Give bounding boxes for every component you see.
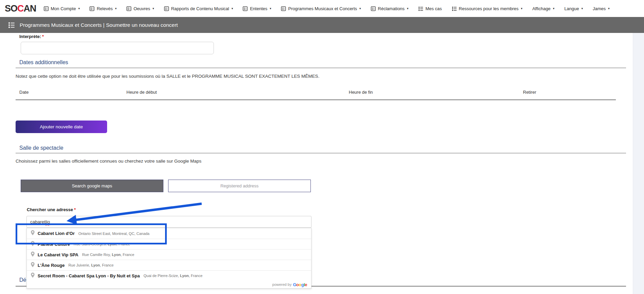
chevron-down-icon: ▾	[153, 7, 154, 10]
stack-icon	[281, 6, 286, 11]
place-address: Rue Juiverie, Lyon, France	[68, 263, 114, 267]
chevron-down-icon: ▾	[115, 7, 117, 10]
table-header-fin: Heure de fin	[349, 90, 373, 95]
stack-icon	[371, 6, 376, 11]
page: SOCAN Mon Compte ▾ Relevés ▾ Oeuvres ▾ R…	[0, 0, 644, 294]
nav-item-label: Programmes Musicaux et Concerts	[288, 6, 357, 11]
map-pin-icon	[31, 273, 35, 279]
nav-items: Mon Compte ▾ Relevés ▾ Oeuvres ▾ Rapport…	[44, 6, 644, 11]
chevron-down-icon: ▾	[78, 7, 80, 10]
autocomplete-item[interactable]: L'Âne Rouge Rue Juiverie, Lyon, France	[27, 260, 311, 270]
nav-item-label: Langue	[564, 6, 579, 11]
tasks-icon	[8, 22, 15, 29]
logo-an: AN	[24, 3, 36, 14]
table-header-divider	[16, 99, 616, 100]
stack-icon	[126, 6, 132, 11]
next-section-title-partial: Dé	[19, 277, 26, 283]
top-navbar: SOCAN Mon Compte ▾ Relevés ▾ Oeuvres ▾ R…	[0, 0, 644, 17]
stack-icon	[89, 6, 95, 11]
place-address: Quai de Pierre-Scize, Lyon, France	[143, 274, 202, 278]
address-input-text: cabaret	[30, 219, 45, 224]
place-name: L'Âne Rouge	[38, 263, 65, 268]
socan-logo[interactable]: SOCAN	[5, 3, 36, 14]
chevron-down-icon: ▾	[581, 7, 583, 10]
chevron-down-icon: ▾	[521, 7, 523, 10]
required-asterisk: *	[42, 34, 44, 39]
interprete-label: Interprète:*	[19, 34, 44, 39]
nav-item-affichage[interactable]: Affichage ▾	[532, 6, 555, 11]
autocomplete-item[interactable]: Le Cabaret Vip SPA Rue Camille Roy, Lyon…	[27, 249, 311, 260]
autocomplete-item[interactable]: Secret Room - Cabaret Spa Lyon - By Nuit…	[27, 270, 311, 281]
nav-item-oeuvres[interactable]: Oeuvres ▾	[126, 6, 154, 11]
nav-item-programmes-concerts[interactable]: Programmes Musicaux et Concerts ▾	[281, 6, 361, 11]
address-label: Chercher une adresse*	[27, 207, 76, 212]
table-header-date: Date	[19, 90, 28, 95]
dates-section-title: Dates additionnelles	[19, 59, 68, 66]
nav-item-label: James	[593, 6, 606, 11]
nav-item-label: Affichage	[532, 6, 550, 11]
nav-item-ententes[interactable]: Ententes ▾	[243, 6, 271, 11]
section-divider	[16, 153, 626, 153]
logo-c: C	[17, 3, 24, 14]
nav-item-mes-cas[interactable]: Mes cas	[418, 6, 442, 11]
address-search-input[interactable]: cabaret lio	[26, 216, 311, 228]
map-pin-icon	[31, 241, 35, 247]
page-background-strip	[633, 33, 644, 294]
map-pin-icon	[31, 230, 35, 237]
nav-item-label: Rapports de Contenu Musical	[171, 6, 229, 11]
google-logo: Google	[293, 282, 307, 287]
address-input-misspelled-text: lio	[45, 219, 50, 224]
stack-icon	[44, 6, 49, 11]
autocomplete-item[interactable]: Cabaret Lion d'Or Ontario Street East, M…	[27, 228, 311, 239]
powered-by-text: powered by	[272, 282, 291, 287]
place-name: Le Cabaret Vip SPA	[38, 252, 78, 257]
address-autocomplete-dropdown: Cabaret Lion d'Or Ontario Street East, M…	[26, 228, 311, 289]
nav-item-user-james[interactable]: James ▾	[593, 6, 610, 11]
nav-item-label: Oeuvres	[134, 6, 150, 11]
nav-item-label: Ressources pour les membres	[459, 6, 519, 11]
nav-item-label: Ententes	[250, 6, 267, 11]
tasks-icon	[418, 6, 423, 11]
map-pin-icon	[31, 252, 35, 258]
place-name: Planète Culture	[38, 242, 70, 247]
chevron-down-icon: ▾	[407, 7, 409, 10]
venue-section-title: Salle de spectacle	[19, 145, 63, 151]
map-pin-icon	[31, 262, 35, 269]
nav-item-label: Relevés	[97, 6, 113, 11]
required-asterisk: *	[74, 207, 76, 212]
nav-item-ressources-membres[interactable]: Ressources pour les membres ▾	[452, 6, 523, 11]
nav-item-reclamations[interactable]: Réclamations ▾	[371, 6, 408, 11]
dates-note: Notez que cette option ne doit être util…	[16, 74, 319, 79]
stack-icon	[243, 6, 248, 11]
chevron-down-icon: ▾	[608, 7, 610, 10]
place-address: Ontario Street East, Montreal, QC, Canad…	[78, 232, 149, 236]
table-header-retirer: Retirer	[523, 90, 536, 95]
table-header-debut: Heure de début	[126, 90, 157, 95]
add-date-button[interactable]: Ajouter nouvelle date	[16, 121, 107, 133]
place-name: Secret Room - Cabaret Spa Lyon - By Nuit…	[38, 273, 140, 278]
place-address: Rue Camille Roy, Lyon, France	[82, 253, 134, 257]
autocomplete-item[interactable]: Planète Culture Rue Saint-Georges, Lyon,…	[27, 239, 311, 249]
nav-item-label: Réclamations	[378, 6, 405, 11]
chevron-down-icon: ▾	[359, 7, 361, 10]
place-name: Cabaret Lion d'Or	[38, 231, 75, 236]
powered-by-google: powered by Google	[27, 281, 311, 288]
nav-item-rapports[interactable]: Rapports de Contenu Musical ▾	[164, 6, 233, 11]
place-address: Rue Saint-Georges, Lyon, France	[74, 242, 130, 246]
chevron-down-icon: ▾	[553, 7, 555, 10]
chevron-down-icon: ▾	[270, 7, 271, 10]
nav-item-mon-compte[interactable]: Mon Compte ▾	[44, 6, 80, 11]
nav-item-label: Mes cas	[425, 6, 442, 11]
nav-item-langue[interactable]: Langue ▾	[564, 6, 583, 11]
logo-so: SO	[5, 3, 17, 14]
registered-address-button[interactable]: Registered address	[168, 180, 311, 192]
nav-item-label: Mon Compte	[51, 6, 76, 11]
section-divider	[16, 68, 626, 68]
chevron-down-icon: ▾	[232, 7, 233, 10]
breadcrumb-bar: Programmes Musicaux et Concerts | Soumet…	[0, 17, 644, 33]
breadcrumb: Programmes Musicaux et Concerts | Soumet…	[20, 22, 178, 28]
interprete-input[interactable]	[21, 42, 214, 54]
search-google-maps-button[interactable]: Search google maps	[21, 180, 163, 192]
nav-item-releves[interactable]: Relevés ▾	[89, 6, 117, 11]
venue-instruction: Choisissez parmi les salles officielleme…	[16, 159, 201, 164]
